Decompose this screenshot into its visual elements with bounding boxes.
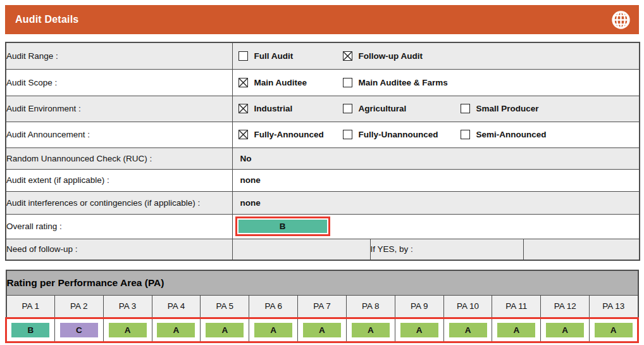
pa-rating-cell: A — [201, 318, 249, 342]
row-label: Audit Announcement : — [6, 122, 232, 147]
pa-column-header: PA 6 — [249, 295, 298, 318]
row-need-of-follow-up: Need of follow-up : If YES, by : — [6, 239, 640, 260]
pa-rating-cell: A — [346, 318, 395, 342]
if-yes-by-value-cell — [523, 239, 640, 260]
checkbox-label: Main Auditee — [254, 78, 307, 87]
row-ruc: Random Unannounced Check (RUC) : No — [6, 147, 640, 169]
checkbox-checked-icon[interactable] — [238, 130, 248, 139]
row-audit-announcement: Audit Announcement : Fully-AnnouncedFull… — [6, 122, 640, 147]
row-label: Random Unannounced Check (RUC) : — [6, 147, 232, 169]
follow-up-value-cell — [232, 239, 370, 260]
pa-rating-cell: A — [249, 318, 298, 342]
row-value: none — [233, 175, 640, 185]
checkbox-checked-icon[interactable] — [238, 78, 248, 87]
pa-rating-badge: A — [157, 323, 195, 337]
pa-column-header: PA 8 — [346, 295, 395, 318]
pa-column-header: PA 1 — [6, 295, 55, 318]
pa-rating-cell: A — [298, 318, 347, 342]
pa-title-row: Rating per Performance Area (PA) — [6, 270, 638, 295]
pa-rating-cell: A — [541, 318, 590, 342]
row-audit-environment: Audit Environment : IndustrialAgricultur… — [6, 96, 640, 122]
pa-column-header: PA 13 — [590, 295, 638, 318]
checkbox-label: Full Audit — [254, 51, 294, 61]
row-audit-extent: Audit extent (if applicable) : none — [6, 169, 640, 191]
pa-rating-cell: A — [103, 318, 152, 342]
checkbox-option: Industrial — [238, 104, 343, 113]
pa-column-header: PA 7 — [298, 295, 347, 318]
row-label: Overall rating : — [6, 214, 232, 239]
checkbox-label: Small Producer — [476, 104, 539, 113]
checkbox-unchecked-icon[interactable] — [343, 78, 352, 87]
row-label: Audit Range : — [6, 42, 232, 69]
pa-column-header: PA 12 — [541, 295, 590, 318]
pa-column-header: PA 11 — [492, 295, 541, 318]
pa-rating-badge: A — [497, 323, 535, 337]
checkbox-label: Follow-up Audit — [359, 51, 423, 61]
pa-ratings-row: BCAAAAAAAAAAA — [6, 318, 638, 342]
checkbox-checked-icon[interactable] — [343, 51, 352, 61]
page: Audit Details — [0, 0, 644, 345]
page-title: Audit Details — [15, 14, 78, 25]
checkbox-unchecked-icon[interactable] — [343, 104, 352, 113]
pa-rating-badge: A — [254, 323, 292, 337]
checkbox-label: Agricultural — [359, 104, 407, 113]
pa-rating-cell: A — [395, 318, 443, 342]
row-label: Audit Environment : — [6, 96, 232, 122]
row-audit-interferences: Audit interferences or contingencies (if… — [6, 191, 640, 214]
checkbox-option: Main Auditee & Farms — [343, 78, 461, 87]
audit-details-table: Audit Range : Full AuditFollow-up Audit … — [5, 42, 640, 261]
checkbox-option: Follow-up Audit — [343, 51, 461, 61]
checkbox-option: Fully-Announced — [238, 130, 343, 139]
row-label: Need of follow-up : — [6, 239, 232, 260]
pa-column-header: PA 3 — [103, 295, 152, 318]
checkbox-option: Fully-Unannounced — [343, 130, 461, 139]
checkbox-option: Agricultural — [343, 104, 461, 113]
row-label: Audit interferences or contingencies (if… — [6, 191, 232, 214]
checkbox-group: Main AuditeeMain Auditee & Farms — [233, 78, 640, 87]
pa-rating-badge: A — [546, 323, 584, 337]
checkbox-label: Industrial — [254, 104, 293, 113]
pa-rating-cell: A — [443, 318, 492, 342]
checkbox-option: Main Auditee — [238, 78, 343, 87]
checkbox-unchecked-icon[interactable] — [238, 51, 248, 61]
pa-rating-cell: C — [54, 318, 103, 342]
pa-rating-cell: A — [590, 318, 638, 342]
checkbox-unchecked-icon[interactable] — [461, 104, 470, 113]
row-audit-scope: Audit Scope : Main AuditeeMain Auditee &… — [6, 69, 640, 96]
row-label: Audit extent (if applicable) : — [6, 169, 232, 191]
if-yes-by-label: If YES, by : — [370, 239, 523, 260]
pa-rating-badge: A — [400, 323, 438, 337]
pa-rating-badge: C — [60, 323, 98, 337]
checkbox-label: Fully-Unannounced — [359, 130, 438, 139]
pa-rating-cell: A — [492, 318, 541, 342]
pa-rating-badge: A — [595, 323, 633, 337]
row-label: Audit Scope : — [6, 69, 232, 96]
checkbox-option: Full Audit — [238, 51, 343, 61]
row-value: none — [233, 198, 640, 208]
checkbox-label: Fully-Announced — [254, 130, 324, 139]
checkbox-unchecked-icon[interactable] — [461, 130, 470, 139]
pa-section-title: Rating per Performance Area (PA) — [6, 270, 638, 295]
pa-rating-badge: A — [303, 323, 341, 337]
checkbox-label: Semi-Announced — [476, 130, 547, 139]
pa-column-header: PA 4 — [152, 295, 201, 318]
globe-icon[interactable] — [610, 9, 631, 30]
header-bar: Audit Details — [5, 5, 639, 34]
pa-column-header: PA 5 — [201, 295, 249, 318]
pa-rating-badge: A — [352, 323, 390, 337]
checkbox-checked-icon[interactable] — [238, 104, 248, 113]
pa-column-header: PA 9 — [395, 295, 443, 318]
checkbox-option: Semi-Announced — [461, 130, 547, 139]
checkbox-option: Small Producer — [461, 104, 539, 113]
checkbox-label: Main Auditee & Farms — [359, 78, 448, 87]
pa-rating-badge: A — [206, 323, 244, 337]
pa-column-header: PA 2 — [54, 295, 103, 318]
pa-rating-table: Rating per Performance Area (PA) PA 1PA … — [5, 270, 639, 343]
pa-rating-cell: B — [6, 318, 55, 342]
checkbox-group: IndustrialAgriculturalSmall Producer — [233, 104, 640, 113]
checkbox-group: Fully-AnnouncedFully-UnannouncedSemi-Ann… — [233, 130, 640, 139]
pa-rating-cell: A — [152, 318, 201, 342]
pa-column-header: PA 10 — [443, 295, 492, 318]
checkbox-unchecked-icon[interactable] — [343, 130, 352, 139]
pa-rating-badge: B — [11, 323, 49, 337]
